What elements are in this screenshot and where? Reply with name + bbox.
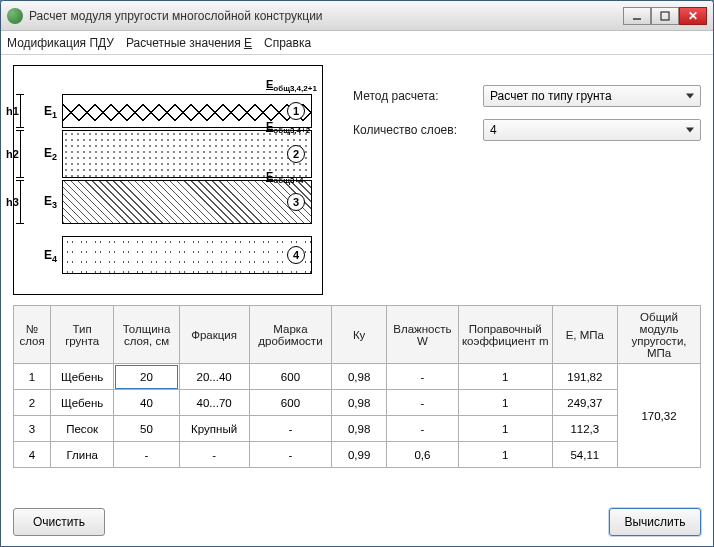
menubar: Модификация ПДУ Расчетные значения Е Спр… <box>1 31 713 55</box>
col-moist: Влажность W <box>386 306 458 364</box>
layers-dropdown[interactable]: 4 <box>483 119 701 141</box>
layer-3: 3 <box>62 180 312 224</box>
label-etotal-3: Еобщ3+4 <box>266 170 304 185</box>
controls-panel: Метод расчета: Расчет по типу грунта Кол… <box>353 65 701 295</box>
dim-h3: h3 <box>6 196 19 208</box>
menu-help[interactable]: Справка <box>264 36 311 50</box>
col-ku: Ку <box>332 306 387 364</box>
menu-calc[interactable]: Расчетные значения Е <box>126 36 252 50</box>
footer: Очистить Вычислить <box>13 496 701 536</box>
dim-h2: h2 <box>6 148 19 160</box>
calculate-button[interactable]: Вычислить <box>609 508 701 536</box>
table-row: 1 Щебень 20 20...40 600 0,98 - 1 191,82 … <box>14 364 701 390</box>
col-crush: Марка дробимости <box>249 306 332 364</box>
layer-diagram: h1 h2 h3 E1 E2 E3 E4 1 2 3 4 Еобщ3,4 <box>13 65 323 295</box>
clear-button[interactable]: Очистить <box>13 508 105 536</box>
col-n: № слоя <box>14 306 51 364</box>
dim-h1: h1 <box>6 105 19 117</box>
label-e3: E3 <box>44 194 57 210</box>
chevron-down-icon <box>686 94 694 99</box>
layers-table: № слоя Тип грунта Толщина слоя, см Фракц… <box>13 305 701 468</box>
label-e1: E1 <box>44 104 57 120</box>
label-e2: E2 <box>44 146 57 162</box>
titlebar: Расчет модуля упругости многослойной кон… <box>1 1 713 31</box>
col-corr: Поправочный коэффициент m <box>458 306 552 364</box>
layer-4: 4 <box>62 236 312 274</box>
table-header-row: № слоя Тип грунта Толщина слоя, см Фракц… <box>14 306 701 364</box>
active-cell[interactable]: 20 <box>114 364 179 390</box>
table-row: 2 Щебень 40 40...70 600 0,98 - 1 249,37 <box>14 390 701 416</box>
chevron-down-icon <box>686 128 694 133</box>
label-etotal-1: Еобщ3,4,2+1 <box>266 78 317 93</box>
col-e: Е, МПа <box>552 306 617 364</box>
content-area: h1 h2 h3 E1 E2 E3 E4 1 2 3 4 Еобщ3,4 <box>1 55 713 546</box>
label-etotal-2: Еобщ3,4+2 <box>266 120 310 135</box>
label-e4: E4 <box>44 248 57 264</box>
maximize-button[interactable] <box>651 7 679 25</box>
menu-mod[interactable]: Модификация ПДУ <box>7 36 114 50</box>
close-button[interactable]: ✕ <box>679 7 707 25</box>
col-thick: Толщина слоя, см <box>114 306 179 364</box>
app-icon <box>7 8 23 24</box>
app-window: Расчет модуля упругости многослойной кон… <box>0 0 714 547</box>
col-soil: Тип грунта <box>51 306 114 364</box>
col-etot: Общий модуль упругости, МПа <box>618 306 701 364</box>
layers-label: Количество слоев: <box>353 123 483 137</box>
col-frac: Фракция <box>179 306 249 364</box>
method-dropdown[interactable]: Расчет по типу грунта <box>483 85 701 107</box>
method-label: Метод расчета: <box>353 89 483 103</box>
table-row: 3 Песок 50 Крупный - 0,98 - 1 112,3 <box>14 416 701 442</box>
minimize-button[interactable] <box>623 7 651 25</box>
table-row: 4 Глина - - - 0,99 0,6 1 54,11 <box>14 442 701 468</box>
window-title: Расчет модуля упругости многослойной кон… <box>29 9 623 23</box>
total-e-cell: 170,32 <box>618 364 701 468</box>
svg-rect-1 <box>661 12 669 20</box>
